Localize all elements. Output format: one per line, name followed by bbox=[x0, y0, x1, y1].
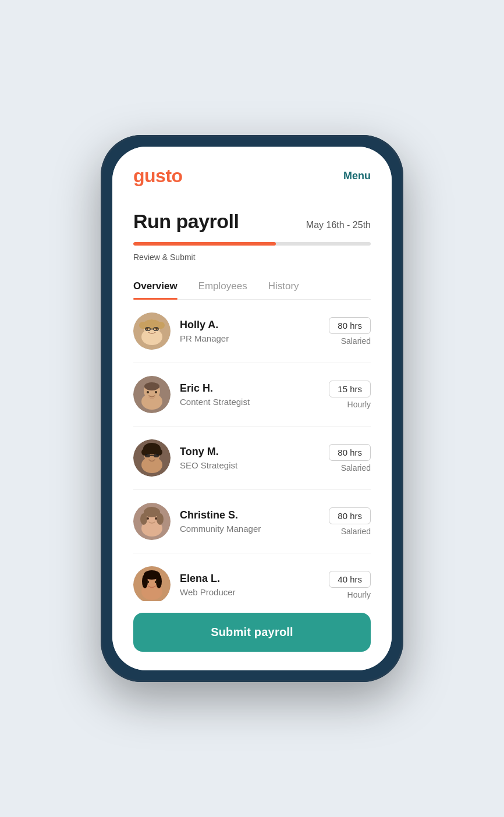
employee-item[interactable]: Eric H. Content Strategist 15 hrs Hourly bbox=[133, 363, 371, 427]
avatar bbox=[133, 312, 171, 350]
page-title-row: Run payroll May 16th - 25th bbox=[133, 210, 371, 233]
avatar bbox=[133, 566, 171, 601]
menu-button[interactable]: Menu bbox=[343, 170, 371, 182]
svg-point-15 bbox=[155, 391, 157, 393]
progress-fill bbox=[133, 242, 276, 246]
svg-point-13 bbox=[144, 382, 159, 390]
progress-bar bbox=[133, 242, 371, 246]
hours-block: 80 hrs Salaried bbox=[329, 444, 371, 473]
svg-point-30 bbox=[157, 513, 164, 525]
submit-payroll-button[interactable]: Submit payroll bbox=[133, 613, 371, 652]
svg-rect-4 bbox=[139, 322, 165, 329]
hours-badge: 80 hrs bbox=[329, 507, 371, 524]
svg-rect-22 bbox=[145, 454, 150, 457]
tab-employees[interactable]: Employees bbox=[198, 273, 247, 299]
avatar bbox=[133, 439, 171, 477]
phone-frame: gusto Menu Run payroll May 16th - 25th R… bbox=[101, 135, 403, 682]
hours-block: 80 hrs Salaried bbox=[329, 317, 371, 346]
progress-label: Review & Submit bbox=[133, 253, 371, 262]
employee-role: SEO Strategist bbox=[180, 460, 320, 470]
employee-info: Elena L. Web Producer bbox=[180, 573, 320, 597]
tab-history[interactable]: History bbox=[268, 273, 299, 299]
svg-point-14 bbox=[147, 391, 149, 393]
hours-badge: 80 hrs bbox=[329, 444, 371, 461]
pay-type: Salaried bbox=[341, 336, 371, 346]
employee-info: Christine S. Community Manager bbox=[180, 509, 320, 534]
app-header: gusto Menu bbox=[112, 147, 392, 196]
employee-name: Holly A. bbox=[180, 319, 320, 331]
hours-block: 80 hrs Salaried bbox=[329, 507, 371, 536]
svg-point-39 bbox=[147, 581, 149, 583]
employee-name: Christine S. bbox=[180, 509, 320, 521]
avatar bbox=[133, 376, 171, 413]
svg-point-31 bbox=[147, 517, 149, 520]
hours-badge: 40 hrs bbox=[329, 571, 371, 588]
employee-info: Eric H. Content Strategist bbox=[180, 382, 320, 407]
employee-name: Eric H. bbox=[180, 382, 320, 395]
employee-info: Holly A. PR Manager bbox=[180, 319, 320, 343]
hours-badge: 80 hrs bbox=[329, 317, 371, 334]
employee-role: Web Producer bbox=[180, 587, 320, 597]
hours-badge: 15 hrs bbox=[329, 381, 371, 397]
app-logo: gusto bbox=[133, 165, 183, 187]
employee-name: Elena L. bbox=[180, 573, 320, 585]
tab-overview[interactable]: Overview bbox=[133, 273, 178, 299]
employee-list: Holly A. PR Manager 80 hrs Salaried bbox=[133, 300, 371, 601]
employee-role: PR Manager bbox=[180, 333, 320, 343]
employee-role: Content Strategist bbox=[180, 397, 320, 407]
tab-bar: Overview Employees History bbox=[133, 273, 371, 300]
svg-rect-23 bbox=[154, 454, 159, 457]
svg-point-32 bbox=[155, 517, 157, 520]
pay-type: Hourly bbox=[347, 590, 371, 599]
employee-item[interactable]: Holly A. PR Manager 80 hrs Salaried bbox=[133, 300, 371, 363]
page-title: Run payroll bbox=[133, 210, 239, 233]
employee-role: Community Manager bbox=[180, 524, 320, 534]
employee-item[interactable]: Christine S. Community Manager 80 hrs Sa… bbox=[133, 490, 371, 553]
submit-area: Submit payroll bbox=[112, 601, 392, 670]
pay-type: Salaried bbox=[341, 463, 371, 473]
hours-block: 40 hrs Hourly bbox=[329, 571, 371, 599]
date-range: May 16th - 25th bbox=[306, 220, 371, 230]
svg-point-29 bbox=[140, 513, 147, 525]
employee-info: Tony M. SEO Strategist bbox=[180, 446, 320, 470]
employee-name: Tony M. bbox=[180, 446, 320, 458]
hours-block: 15 hrs Hourly bbox=[329, 381, 371, 409]
pay-type: Salaried bbox=[341, 527, 371, 536]
employee-item[interactable]: Tony M. SEO Strategist 80 hrs Salaried bbox=[133, 427, 371, 490]
employee-item[interactable]: Elena L. Web Producer 40 hrs Hourly bbox=[133, 553, 371, 601]
avatar bbox=[133, 503, 171, 540]
svg-point-40 bbox=[155, 581, 157, 583]
pay-type: Hourly bbox=[347, 400, 371, 409]
main-content: Run payroll May 16th - 25th Review & Sub… bbox=[112, 196, 392, 601]
phone-screen: gusto Menu Run payroll May 16th - 25th R… bbox=[112, 147, 392, 670]
